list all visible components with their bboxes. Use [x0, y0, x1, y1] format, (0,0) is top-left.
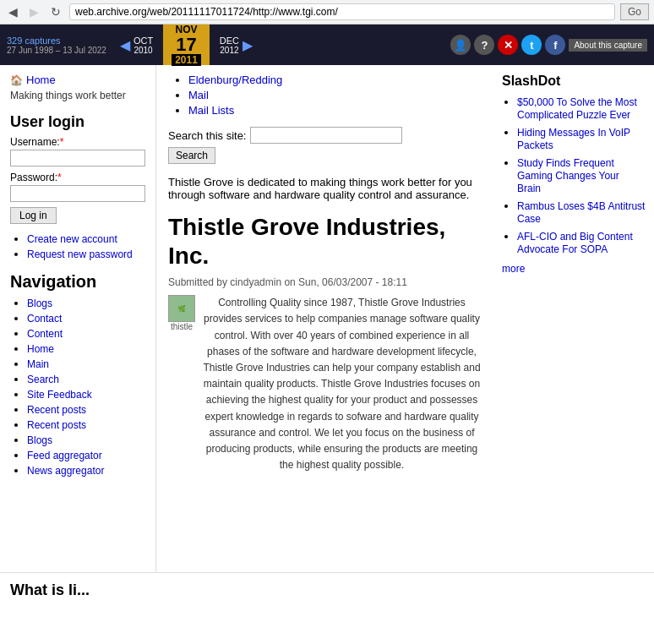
- nav-list-item: Content: [27, 327, 145, 340]
- slashdot-item: AFL-CIO and Big Content Advocate For SOP…: [517, 230, 646, 255]
- intro-text: Thistle Grove is dedicated to making thi…: [168, 176, 482, 201]
- nav-list-item: News aggregator: [27, 464, 145, 477]
- top-link[interactable]: Mail: [188, 89, 209, 101]
- nav-list-item: Site Feedback: [27, 388, 145, 401]
- main-content: Eldenburg/ReddingMailMail Lists Search t…: [156, 65, 493, 572]
- nav-list-item: Feed aggregator: [27, 449, 145, 461]
- top-link[interactable]: Mail Lists: [188, 104, 234, 117]
- nav-link[interactable]: Home: [27, 343, 54, 355]
- nav-link[interactable]: News aggregator: [27, 465, 104, 477]
- navigation-links: BlogsContactContentHomeMainSearchSite Fe…: [10, 297, 145, 477]
- twitter-icon-button[interactable]: t: [521, 35, 542, 55]
- nav-list-item: Home: [27, 342, 145, 355]
- username-input[interactable]: [10, 150, 145, 166]
- nav-link[interactable]: Main: [27, 358, 49, 370]
- slashdot-link[interactable]: Hiding Messages In VoIP Packets: [517, 127, 630, 151]
- thistle-label: thistle: [171, 322, 193, 331]
- article-submitted: Submitted by cindyadmin on Sun, 06/03/20…: [168, 276, 407, 288]
- slashdot-link[interactable]: Rambus Loses $4B Antitrust Case: [517, 200, 645, 225]
- current-date-section: NOV 17 2011: [163, 25, 210, 65]
- nav-list-item: Search: [27, 373, 145, 385]
- user-icon-button[interactable]: 👤: [450, 35, 471, 55]
- slashdot-item: Hiding Messages In VoIP Packets: [517, 126, 646, 151]
- user-login-title: User login: [10, 113, 145, 131]
- close-icon-button[interactable]: ✕: [498, 35, 518, 55]
- right-sidebar: SlashDot $50,000 To Solve the Most Compl…: [493, 65, 654, 572]
- nav-link[interactable]: Blogs: [27, 434, 52, 446]
- prev-month-section: ◀ OCT 2010: [113, 25, 163, 65]
- next-year-label: 2012: [220, 46, 239, 55]
- slashdot-link[interactable]: Study Finds Frequent Gaming Changes Your…: [517, 157, 619, 194]
- search-label: Search this site:: [168, 129, 247, 142]
- nav-link[interactable]: Site Feedback: [27, 389, 92, 401]
- nav-list-item: Blogs: [27, 434, 145, 446]
- prev-month-label: OCT: [134, 35, 153, 46]
- nav-list-item: Recent posts: [27, 403, 145, 416]
- top-link-item: Eldenburg/Redding: [188, 74, 482, 86]
- page-wrapper: 🏠 Home Making things work better User lo…: [0, 65, 654, 572]
- wayback-icons: 👤 ? ✕ t f About this capture: [444, 25, 654, 65]
- article-meta: Submitted by cindyadmin on Sun, 06/03/20…: [168, 276, 482, 288]
- go-button[interactable]: Go: [620, 3, 649, 20]
- captures-link[interactable]: 329 captures: [7, 35, 106, 46]
- search-input[interactable]: [250, 127, 402, 144]
- account-links: Create new account Request new password: [10, 232, 145, 260]
- home-icon: 🏠: [10, 74, 23, 86]
- next-month-label: DEC: [220, 35, 239, 46]
- password-input[interactable]: [10, 185, 145, 202]
- home-link[interactable]: 🏠 Home: [10, 74, 145, 86]
- reload-button[interactable]: ↻: [47, 3, 64, 20]
- nav-list-item: Main: [27, 357, 145, 370]
- username-label: Username:*: [10, 136, 145, 148]
- current-year-label: 2011: [172, 54, 201, 66]
- current-day-label: 17: [176, 35, 196, 54]
- captures-dates: 27 Jun 1998 – 13 Jul 2022: [7, 46, 106, 55]
- nav-link[interactable]: Blogs: [27, 297, 52, 309]
- search-form: Search this site: Search: [168, 127, 482, 164]
- login-button[interactable]: Log in: [10, 207, 57, 224]
- nav-link[interactable]: Feed aggregator: [27, 450, 102, 461]
- next-month-section: DEC 2012 ▶: [210, 25, 259, 65]
- back-button[interactable]: ◀: [5, 3, 21, 20]
- nav-link[interactable]: Recent posts: [27, 419, 86, 431]
- nav-link[interactable]: Recent posts: [27, 404, 86, 416]
- nav-list-item: Recent posts: [27, 418, 145, 431]
- slashdot-more-link[interactable]: more: [502, 263, 525, 275]
- slashdot-link[interactable]: AFL-CIO and Big Content Advocate For SOP…: [517, 231, 633, 255]
- slashdot-link[interactable]: $50,000 To Solve the Most Complicated Pu…: [517, 96, 637, 121]
- top-link-item: Mail: [188, 89, 482, 101]
- browser-chrome: ◀ ▶ ↻ web.archive.org/web/20111117011724…: [0, 0, 654, 25]
- prev-arrow-button[interactable]: ◀: [120, 37, 130, 53]
- top-link-item: Mail Lists: [188, 104, 482, 117]
- facebook-icon-button[interactable]: f: [545, 35, 565, 55]
- left-sidebar: 🏠 Home Making things work better User lo…: [0, 65, 156, 572]
- navigation-title: Navigation: [10, 272, 145, 292]
- about-capture-button[interactable]: About this capture: [569, 39, 647, 52]
- forward-button[interactable]: ▶: [26, 3, 42, 20]
- article: Thistle Grove Industries, Inc. Submitted…: [168, 213, 482, 473]
- nav-link[interactable]: Contact: [27, 313, 62, 325]
- nav-list-item: Contact: [27, 312, 145, 325]
- slashdot-links: $50,000 To Solve the Most Complicated Pu…: [502, 96, 646, 255]
- article-title: Thistle Grove Industries, Inc.: [168, 213, 482, 270]
- thistle-thumbnail: 🌿: [168, 295, 195, 322]
- address-bar: web.archive.org/web/20111117011724/http:…: [69, 3, 615, 20]
- slashdot-more: more: [502, 262, 646, 275]
- slashdot-title: SlashDot: [502, 74, 646, 89]
- top-link[interactable]: Eldenburg/Redding: [188, 74, 282, 86]
- wayback-captures: 329 captures 27 Jun 1998 – 13 Jul 2022: [0, 25, 113, 65]
- slashdot-item: Rambus Loses $4B Antitrust Case: [517, 199, 646, 225]
- prev-year-label: 2010: [134, 46, 153, 55]
- search-button[interactable]: Search: [168, 147, 215, 164]
- help-icon-button[interactable]: ?: [474, 35, 494, 55]
- wayback-toolbar: 329 captures 27 Jun 1998 – 13 Jul 2022 ◀…: [0, 25, 654, 65]
- nav-link[interactable]: Search: [27, 374, 59, 385]
- top-links: Eldenburg/ReddingMailMail Lists: [168, 74, 482, 117]
- slashdot-item: Study Finds Frequent Gaming Changes Your…: [517, 156, 646, 194]
- nav-link[interactable]: Content: [27, 328, 63, 340]
- bottom-hint: What is li...: [0, 572, 654, 608]
- create-account-link[interactable]: Create new account: [27, 233, 117, 245]
- nav-list-item: Blogs: [27, 297, 145, 309]
- request-password-link[interactable]: Request new password: [27, 248, 133, 260]
- next-arrow-button[interactable]: ▶: [243, 37, 253, 53]
